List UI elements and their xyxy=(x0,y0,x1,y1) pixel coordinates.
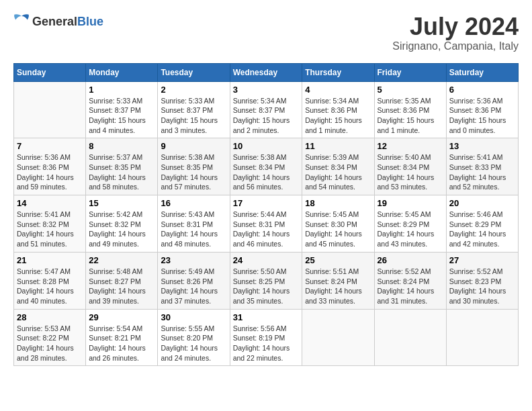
logo-general: General xyxy=(32,15,77,28)
calendar-week-row: 28Sunrise: 5:53 AMSunset: 8:22 PMDayligh… xyxy=(14,309,519,366)
calendar-cell: 19Sunrise: 5:45 AMSunset: 8:29 PMDayligh… xyxy=(374,195,446,253)
cell-info: Sunrise: 5:33 AMSunset: 8:37 PMDaylight:… xyxy=(89,96,154,136)
location-subtitle: Sirignano, Campania, Italy xyxy=(392,40,519,52)
calendar-cell: 25Sunrise: 5:51 AMSunset: 8:24 PMDayligh… xyxy=(302,252,374,309)
title-block: July 2024 Sirignano, Campania, Italy xyxy=(392,13,519,52)
calendar-cell: 4Sunrise: 5:34 AMSunset: 8:36 PMDaylight… xyxy=(302,81,374,138)
calendar-cell xyxy=(302,309,374,366)
day-number: 1 xyxy=(89,85,154,95)
weekday-header-thursday: Thursday xyxy=(302,63,374,81)
cell-info: Sunrise: 5:41 AMSunset: 8:33 PMDaylight:… xyxy=(449,152,515,192)
calendar-cell: 29Sunrise: 5:54 AMSunset: 8:21 PMDayligh… xyxy=(86,309,158,366)
calendar-cell: 15Sunrise: 5:42 AMSunset: 8:32 PMDayligh… xyxy=(86,195,158,253)
logo-blue: Blue xyxy=(77,15,103,28)
cell-info: Sunrise: 5:50 AMSunset: 8:25 PMDaylight:… xyxy=(233,267,300,306)
calendar-cell: 31Sunrise: 5:56 AMSunset: 8:19 PMDayligh… xyxy=(230,309,302,366)
cell-info: Sunrise: 5:36 AMSunset: 8:36 PMDaylight:… xyxy=(17,152,83,192)
day-number: 8 xyxy=(89,141,154,151)
calendar-cell: 1Sunrise: 5:33 AMSunset: 8:37 PMDaylight… xyxy=(86,81,158,138)
calendar-table: SundayMondayTuesdayWednesdayThursdayFrid… xyxy=(13,63,519,367)
day-number: 14 xyxy=(17,198,83,208)
cell-info: Sunrise: 5:34 AMSunset: 8:37 PMDaylight:… xyxy=(233,96,300,136)
day-number: 21 xyxy=(17,255,83,265)
day-number: 20 xyxy=(449,198,515,208)
cell-info: Sunrise: 5:35 AMSunset: 8:36 PMDaylight:… xyxy=(378,96,443,136)
calendar-cell: 27Sunrise: 5:52 AMSunset: 8:23 PMDayligh… xyxy=(446,252,518,309)
day-number: 11 xyxy=(305,141,371,151)
day-number: 23 xyxy=(161,255,226,265)
calendar-cell: 10Sunrise: 5:38 AMSunset: 8:34 PMDayligh… xyxy=(230,138,302,195)
day-number: 9 xyxy=(161,141,226,151)
cell-info: Sunrise: 5:45 AMSunset: 8:30 PMDaylight:… xyxy=(305,210,371,249)
cell-info: Sunrise: 5:52 AMSunset: 8:23 PMDaylight:… xyxy=(449,267,515,306)
calendar-cell: 30Sunrise: 5:55 AMSunset: 8:20 PMDayligh… xyxy=(158,309,230,366)
day-number: 24 xyxy=(233,255,300,265)
day-number: 16 xyxy=(161,198,226,208)
calendar-week-row: 7Sunrise: 5:36 AMSunset: 8:36 PMDaylight… xyxy=(14,138,519,195)
day-number: 5 xyxy=(378,85,443,95)
day-number: 12 xyxy=(378,141,443,151)
calendar-cell: 8Sunrise: 5:37 AMSunset: 8:35 PMDaylight… xyxy=(86,138,158,195)
calendar-cell: 5Sunrise: 5:35 AMSunset: 8:36 PMDaylight… xyxy=(374,81,446,138)
weekday-header-monday: Monday xyxy=(86,63,158,81)
cell-info: Sunrise: 5:55 AMSunset: 8:20 PMDaylight:… xyxy=(161,324,226,363)
calendar-cell: 14Sunrise: 5:41 AMSunset: 8:32 PMDayligh… xyxy=(14,195,86,253)
calendar-cell: 9Sunrise: 5:38 AMSunset: 8:35 PMDaylight… xyxy=(158,138,230,195)
day-number: 29 xyxy=(89,312,154,322)
calendar-cell: 12Sunrise: 5:40 AMSunset: 8:34 PMDayligh… xyxy=(374,138,446,195)
calendar-cell: 24Sunrise: 5:50 AMSunset: 8:25 PMDayligh… xyxy=(230,252,302,309)
day-number: 31 xyxy=(233,312,300,322)
calendar-cell: 26Sunrise: 5:52 AMSunset: 8:24 PMDayligh… xyxy=(374,252,446,309)
cell-info: Sunrise: 5:34 AMSunset: 8:36 PMDaylight:… xyxy=(305,96,371,136)
cell-info: Sunrise: 5:49 AMSunset: 8:26 PMDaylight:… xyxy=(161,267,226,306)
logo-text: GeneralBlue xyxy=(32,15,103,29)
cell-info: Sunrise: 5:46 AMSunset: 8:29 PMDaylight:… xyxy=(449,210,515,249)
day-number: 19 xyxy=(378,198,443,208)
cell-info: Sunrise: 5:39 AMSunset: 8:34 PMDaylight:… xyxy=(305,152,371,192)
logo-icon xyxy=(13,13,30,30)
cell-info: Sunrise: 5:40 AMSunset: 8:34 PMDaylight:… xyxy=(378,152,443,192)
calendar-cell: 6Sunrise: 5:36 AMSunset: 8:36 PMDaylight… xyxy=(446,81,518,138)
cell-info: Sunrise: 5:45 AMSunset: 8:29 PMDaylight:… xyxy=(378,210,443,249)
cell-info: Sunrise: 5:43 AMSunset: 8:31 PMDaylight:… xyxy=(161,210,226,249)
cell-info: Sunrise: 5:33 AMSunset: 8:37 PMDaylight:… xyxy=(161,96,226,136)
calendar-cell: 7Sunrise: 5:36 AMSunset: 8:36 PMDaylight… xyxy=(14,138,86,195)
cell-info: Sunrise: 5:51 AMSunset: 8:24 PMDaylight:… xyxy=(305,267,371,306)
cell-info: Sunrise: 5:41 AMSunset: 8:32 PMDaylight:… xyxy=(17,210,83,249)
day-number: 22 xyxy=(89,255,154,265)
logo: GeneralBlue xyxy=(13,13,103,30)
weekday-header-friday: Friday xyxy=(374,63,446,81)
cell-info: Sunrise: 5:44 AMSunset: 8:31 PMDaylight:… xyxy=(233,210,300,249)
calendar-cell: 28Sunrise: 5:53 AMSunset: 8:22 PMDayligh… xyxy=(14,309,86,366)
calendar-cell: 17Sunrise: 5:44 AMSunset: 8:31 PMDayligh… xyxy=(230,195,302,253)
weekday-header-tuesday: Tuesday xyxy=(158,63,230,81)
calendar-cell: 22Sunrise: 5:48 AMSunset: 8:27 PMDayligh… xyxy=(86,252,158,309)
calendar-cell: 2Sunrise: 5:33 AMSunset: 8:37 PMDaylight… xyxy=(158,81,230,138)
calendar-cell: 18Sunrise: 5:45 AMSunset: 8:30 PMDayligh… xyxy=(302,195,374,253)
calendar-cell: 3Sunrise: 5:34 AMSunset: 8:37 PMDaylight… xyxy=(230,81,302,138)
calendar-week-row: 14Sunrise: 5:41 AMSunset: 8:32 PMDayligh… xyxy=(14,195,519,253)
day-number: 28 xyxy=(17,312,83,322)
calendar-cell: 20Sunrise: 5:46 AMSunset: 8:29 PMDayligh… xyxy=(446,195,518,253)
day-number: 15 xyxy=(89,198,154,208)
cell-info: Sunrise: 5:37 AMSunset: 8:35 PMDaylight:… xyxy=(89,152,154,192)
day-number: 3 xyxy=(233,85,300,95)
weekday-header-row: SundayMondayTuesdayWednesdayThursdayFrid… xyxy=(14,63,519,81)
cell-info: Sunrise: 5:47 AMSunset: 8:28 PMDaylight:… xyxy=(17,267,83,306)
day-number: 10 xyxy=(233,141,300,151)
calendar-cell: 16Sunrise: 5:43 AMSunset: 8:31 PMDayligh… xyxy=(158,195,230,253)
day-number: 7 xyxy=(17,141,83,151)
calendar-cell xyxy=(14,81,86,138)
day-number: 30 xyxy=(161,312,226,322)
day-number: 26 xyxy=(378,255,443,265)
day-number: 13 xyxy=(449,141,515,151)
cell-info: Sunrise: 5:53 AMSunset: 8:22 PMDaylight:… xyxy=(17,324,83,363)
cell-info: Sunrise: 5:38 AMSunset: 8:34 PMDaylight:… xyxy=(233,152,300,192)
month-year-title: July 2024 xyxy=(392,13,519,40)
cell-info: Sunrise: 5:52 AMSunset: 8:24 PMDaylight:… xyxy=(378,267,443,306)
day-number: 6 xyxy=(449,85,515,95)
weekday-header-sunday: Sunday xyxy=(14,63,86,81)
cell-info: Sunrise: 5:56 AMSunset: 8:19 PMDaylight:… xyxy=(233,324,300,363)
day-number: 27 xyxy=(449,255,515,265)
cell-info: Sunrise: 5:36 AMSunset: 8:36 PMDaylight:… xyxy=(449,96,515,136)
